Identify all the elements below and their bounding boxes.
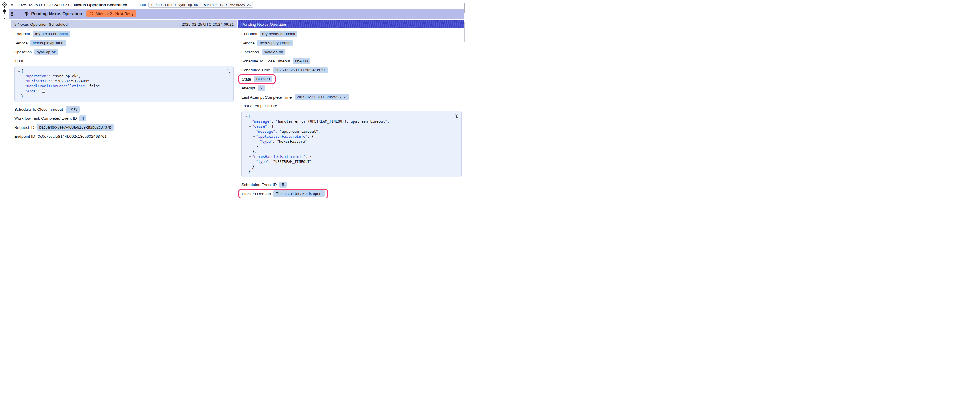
field-operation: Operation sync-op-ok: [14, 49, 234, 55]
field-scheduled-event-id: Scheduled Event ID 5: [242, 181, 461, 188]
retry-badge-label: Attempt 2 · Next Retry: [95, 11, 134, 16]
input-json-viewer: {"Operation": "sync-op-ok","BusinessID":…: [14, 66, 234, 102]
field-value-chip: b1c6a4bc-8ee7-468a-9169-df3b02c8737b: [37, 124, 114, 131]
field-label: Operation: [242, 50, 259, 54]
pending-panel-header: Pending Nexus Operation: [239, 21, 465, 28]
state-value-chip: Blocked: [254, 76, 272, 82]
pending-event-title: Pending Nexus Operation: [32, 11, 82, 16]
scheduled-panel-timestamp: 2025-02-25 UTC 20:24:09.21: [181, 22, 234, 27]
event-list: 5 2025-02-25 UTC 20:24:09.21 Nexus Opera…: [9, 1, 464, 19]
field-value-chip: sync-op-ok: [262, 49, 285, 55]
event-timestamp: 2025-02-25 UTC 20:24:09.21: [18, 3, 70, 7]
copy-icon[interactable]: [225, 68, 231, 74]
event-node-filled-icon[interactable]: [3, 10, 6, 13]
field-attempt: Attempt 2: [242, 85, 461, 92]
field-value-chip: 2: [258, 85, 265, 92]
field-label: Service: [242, 41, 255, 45]
field-value-chip: my-nexus-endpoint: [260, 31, 298, 37]
scheduled-panel-header: 5 Nexus Operation Scheduled 2025-02-25 U…: [11, 21, 237, 28]
field-value-chip: 2025-02-25 UTC 20:25:27.51: [294, 94, 349, 100]
event-row-pending-selected[interactable]: 5 Pending Nexus Operation Attempt 2 · Ne…: [9, 9, 464, 19]
field-label: Attempt: [242, 86, 255, 90]
field-label: Schedule To Close Timeout: [242, 59, 290, 63]
field-value-chip: sync-op-ok: [34, 49, 58, 55]
field-scheduled-time: Scheduled Time 2025-02-25 UTC 20:24:09.2…: [242, 67, 461, 73]
retry-attempt-badge[interactable]: Attempt 2 · Next Retry: [86, 10, 137, 17]
field-label: Last Attempt Complete Time: [242, 95, 292, 100]
field-endpoint: Endpoint my-nexus-endpoint: [14, 30, 234, 37]
field-value-chip: nexus-playground: [258, 40, 293, 46]
field-operation: Operation sync-op-ok: [242, 49, 461, 55]
field-value-chip: 5: [279, 182, 286, 188]
endpoint-id-link[interactable]: 3c0c75ccfa8144b092c13ce632463761: [38, 134, 107, 139]
chevron-down-icon[interactable]: [249, 155, 251, 157]
failure-json-viewer: {"message": "handler error (UPSTREAM_TIM…: [242, 111, 461, 177]
workflow-history-view: 5 2025-02-25 UTC 20:24:09.21 Nexus Opera…: [1, 1, 489, 201]
input-section-label: Input: [14, 58, 234, 64]
pending-operation-panel: Pending Nexus Operation Endpoint my-nexu…: [239, 21, 465, 199]
field-label: Schedule To Close Timeout: [14, 107, 63, 112]
event-row-scheduled[interactable]: 5 2025-02-25 UTC 20:24:09.21 Nexus Opera…: [9, 1, 464, 9]
field-value-chip: 1 day: [65, 106, 80, 112]
field-value-chip: my-nexus-endpoint: [33, 31, 70, 37]
event-id-link[interactable]: 5: [11, 11, 13, 16]
field-label: State: [242, 77, 251, 81]
field-label: Endpoint: [14, 32, 30, 36]
field-value-chip: 4: [80, 115, 86, 122]
blocked-reason-value-chip: The circuit breaker is open.: [274, 190, 325, 197]
field-schedule-to-close: Schedule To Close Timeout 1 day: [14, 106, 234, 113]
field-endpoint-id: Endpoint ID 3c0c75ccfa8144b092c13ce63246…: [14, 133, 234, 140]
event-node-icon[interactable]: [2, 2, 6, 6]
field-label: Service: [14, 41, 28, 45]
field-label: Blocked Reason: [242, 192, 271, 196]
field-label: Request ID: [14, 125, 34, 130]
chevron-down-icon[interactable]: [245, 115, 247, 117]
blocked-reason-highlight-box: Blocked Reason The circuit breaker is op…: [239, 189, 328, 198]
field-label: Workflow Task Completed Event ID: [14, 116, 77, 120]
pending-panel-title: Pending Nexus Operation: [242, 22, 287, 27]
event-input-label: Input: [137, 3, 146, 7]
event-detail-area: 5 Nexus Operation Scheduled 2025-02-25 U…: [10, 19, 464, 201]
pending-operation-icon: [24, 11, 29, 16]
field-value-chip: nexus-playground: [30, 40, 65, 46]
field-label: Endpoint ID: [14, 134, 35, 139]
field-label: Scheduled Event ID: [242, 182, 277, 187]
scheduled-panel-title: 5 Nexus Operation Scheduled: [14, 22, 68, 27]
field-value-chip: 2025-02-25 UTC 20:24:09.21: [273, 67, 328, 73]
field-state: State Blocked: [242, 76, 461, 82]
empty-array-icon: [42, 89, 45, 93]
chevron-down-icon[interactable]: [18, 69, 20, 72]
field-value-chip: 86400s: [293, 58, 310, 64]
field-request-id: Request ID b1c6a4bc-8ee7-468a-9169-df3b0…: [14, 124, 234, 131]
scheduled-event-panel: 5 Nexus Operation Scheduled 2025-02-25 U…: [11, 21, 237, 142]
event-id-link[interactable]: 5: [11, 3, 13, 7]
field-wft-completed-event-id: Workflow Task Completed Event ID 4: [14, 115, 234, 122]
field-endpoint: Endpoint my-nexus-endpoint: [242, 30, 461, 37]
chevron-down-icon[interactable]: [249, 125, 251, 127]
field-last-attempt-complete-time: Last Attempt Complete Time 2025-02-25 UT…: [242, 94, 461, 101]
state-highlight-box: State Blocked: [239, 74, 275, 84]
field-blocked-reason: Blocked Reason The circuit breaker is op…: [242, 190, 461, 197]
field-schedule-to-close: Schedule To Close Timeout 86400s: [242, 58, 461, 65]
event-title: Nexus Operation Scheduled: [74, 3, 127, 7]
retry-icon: [89, 11, 94, 16]
event-graph-rail: [1, 2, 9, 21]
event-list-scrollbar-thumb[interactable]: [464, 3, 465, 13]
field-label: Operation: [14, 50, 32, 54]
event-input-preview[interactable]: {"Operation":"sync-op-ok","BusinessID":"…: [148, 2, 253, 8]
last-attempt-failure-label: Last Attempt Failure: [242, 103, 461, 109]
field-service: Service nexus-playground: [242, 40, 461, 46]
chevron-down-icon[interactable]: [253, 135, 255, 137]
field-label: Scheduled Time: [242, 68, 270, 72]
field-service: Service nexus-playground: [14, 40, 234, 46]
copy-icon[interactable]: [453, 113, 459, 119]
field-label: Endpoint: [242, 32, 257, 36]
